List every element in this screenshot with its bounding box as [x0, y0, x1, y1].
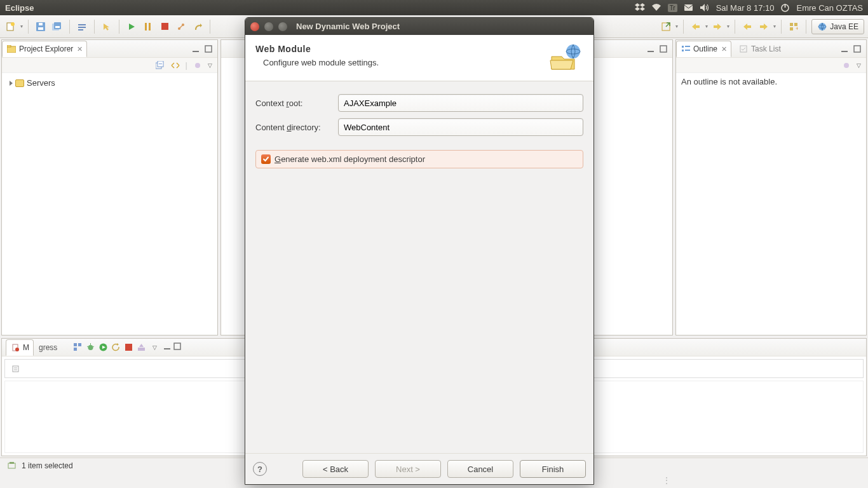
- maximize-icon[interactable]: [658, 44, 668, 54]
- nav-new-window-button[interactable]: [659, 20, 673, 34]
- svg-rect-39: [685, 46, 690, 47]
- dropbox-icon[interactable]: [635, 3, 645, 12]
- svg-point-35: [195, 63, 200, 68]
- cancel-button[interactable]: Cancel: [447, 460, 513, 478]
- svg-rect-0: [684, 4, 693, 11]
- open-perspective-button[interactable]: +: [787, 20, 801, 34]
- stop-button[interactable]: [158, 20, 172, 34]
- collapse-all-icon[interactable]: [155, 60, 165, 71]
- filter-icon[interactable]: [10, 363, 20, 374]
- content-directory-input[interactable]: [338, 118, 583, 136]
- window-maximize-button[interactable]: [278, 22, 287, 31]
- svg-rect-10: [55, 26, 60, 28]
- svg-point-51: [88, 345, 93, 350]
- history-back-button[interactable]: [740, 20, 754, 34]
- svg-rect-29: [7, 45, 11, 47]
- checkbox-checked-icon[interactable]: [261, 154, 271, 164]
- perspective-label: Java EE: [830, 22, 858, 31]
- toggle-breadcrumb-button[interactable]: [75, 20, 89, 34]
- run-icon[interactable]: [98, 342, 108, 353]
- maximize-icon[interactable]: [173, 342, 181, 352]
- project-explorer-body[interactable]: Servers: [2, 73, 217, 335]
- pause-button[interactable]: [141, 20, 155, 34]
- svg-point-45: [844, 63, 849, 68]
- close-icon[interactable]: ✕: [77, 45, 83, 53]
- link-editor-icon[interactable]: [170, 60, 180, 71]
- system-user[interactable]: Emre Can OZTAS: [796, 3, 863, 13]
- svg-rect-59: [174, 343, 180, 349]
- outline-icon: [681, 44, 691, 54]
- outline-toolbar: ▽: [676, 58, 866, 73]
- dialog-subheading: Configure web module settings.: [255, 58, 548, 67]
- save-button[interactable]: [34, 20, 48, 34]
- svg-rect-49: [78, 343, 81, 346]
- tree-view-icon[interactable]: [72, 342, 83, 353]
- debug-icon[interactable]: [85, 342, 95, 353]
- nav-forward-button[interactable]: [710, 20, 724, 34]
- debug-pointer-icon[interactable]: [100, 20, 114, 34]
- history-forward-button[interactable]: [757, 20, 771, 34]
- expand-arrow-icon[interactable]: [10, 81, 13, 86]
- focus-task-icon[interactable]: [193, 60, 203, 71]
- view-menu-icon[interactable]: ▽: [153, 344, 157, 351]
- outline-body: An outline is not available.: [676, 73, 866, 335]
- minimize-icon[interactable]: [163, 342, 171, 352]
- outline-tab[interactable]: Outline ✕: [676, 41, 731, 57]
- wifi-icon[interactable]: [651, 3, 661, 12]
- minimize-icon[interactable]: [646, 44, 656, 54]
- save-all-button[interactable]: [50, 20, 64, 34]
- project-explorer-toolbar: | ▽: [2, 58, 217, 73]
- dialog-titlebar[interactable]: New Dynamic Web Project: [245, 18, 593, 35]
- statusbar-text: 1 item selected: [22, 461, 73, 470]
- minimize-icon[interactable]: [839, 44, 850, 54]
- volume-icon[interactable]: [700, 3, 710, 12]
- focus-task-icon[interactable]: [841, 60, 851, 71]
- restart-icon[interactable]: [111, 342, 121, 353]
- window-minimize-button[interactable]: [264, 22, 273, 31]
- keyboard-layout-indicator[interactable]: Tr: [668, 4, 677, 12]
- svg-rect-14: [145, 23, 147, 30]
- perspective-button[interactable]: Java EE: [811, 19, 864, 34]
- resize-handle-icon[interactable]: ⋮: [662, 475, 671, 485]
- view-menu-icon[interactable]: ▽: [857, 62, 861, 69]
- run-button[interactable]: [125, 20, 139, 34]
- svg-rect-44: [854, 46, 860, 52]
- maximize-icon[interactable]: [203, 44, 214, 54]
- power-icon[interactable]: [780, 3, 790, 13]
- svg-rect-40: [682, 50, 684, 51]
- dialog-header: Web Module Configure web module settings…: [245, 35, 593, 81]
- window-close-button[interactable]: [250, 22, 259, 31]
- view-menu-icon[interactable]: ▽: [208, 62, 212, 69]
- publish-button[interactable]: [174, 20, 188, 34]
- nav-back-button[interactable]: [689, 20, 703, 34]
- close-icon[interactable]: ✕: [721, 45, 727, 53]
- generate-webxml-checkbox-row[interactable]: Generate web.xml deployment descriptor: [255, 150, 583, 168]
- tasklist-icon: [738, 44, 749, 54]
- project-explorer-tab[interactable]: Project Explorer ✕: [2, 41, 87, 57]
- svg-rect-24: [790, 27, 793, 30]
- tasklist-tab[interactable]: Task List: [734, 41, 785, 57]
- profile-button[interactable]: [191, 20, 205, 34]
- help-button[interactable]: ?: [253, 462, 267, 476]
- outline-empty-text: An outline is not available.: [681, 77, 777, 86]
- finish-button[interactable]: Finish: [520, 460, 586, 478]
- context-root-input[interactable]: [338, 94, 583, 112]
- tasklist-title: Task List: [751, 44, 781, 53]
- svg-rect-16: [161, 23, 168, 30]
- stop-icon[interactable]: [123, 342, 133, 353]
- svg-rect-42: [740, 46, 747, 52]
- publish-icon2[interactable]: [136, 342, 146, 353]
- back-button[interactable]: < Back: [302, 460, 369, 478]
- svg-rect-48: [74, 343, 77, 346]
- mail-icon[interactable]: [684, 3, 693, 12]
- markers-tab[interactable]: M: [6, 339, 34, 356]
- minimize-icon[interactable]: [191, 44, 201, 54]
- tree-item-servers[interactable]: Servers: [7, 77, 212, 89]
- system-clock[interactable]: Sal Mar 8 17:10: [716, 3, 775, 13]
- dialog-body: Context root: Content directory: Generat…: [245, 81, 593, 453]
- svg-rect-6: [38, 27, 43, 30]
- dialog-banner-icon: [548, 44, 583, 72]
- maximize-icon[interactable]: [852, 44, 862, 54]
- svg-point-47: [15, 348, 19, 351]
- new-button[interactable]: [4, 20, 18, 34]
